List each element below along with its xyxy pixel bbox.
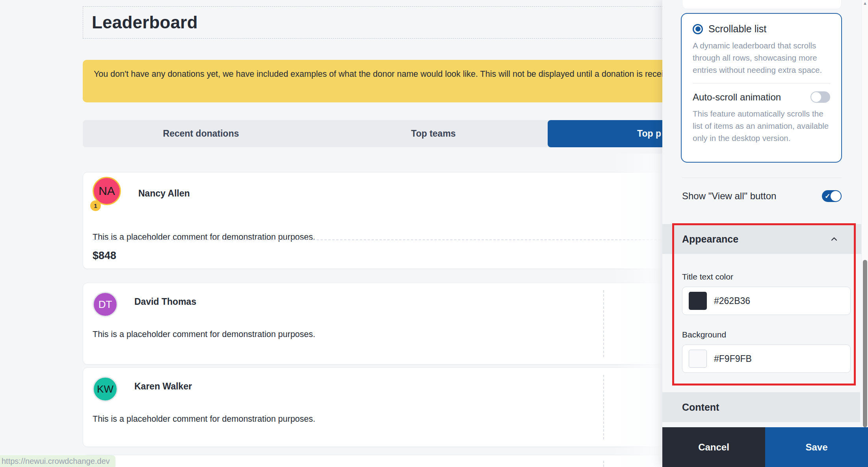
- settings-panel: Scrollable list A dynamic leaderboard th…: [662, 0, 868, 467]
- background-color-input[interactable]: #F9F9FB: [682, 345, 851, 373]
- donor-name: David Thomas: [134, 297, 196, 307]
- toggle-knob: [811, 92, 821, 102]
- color-swatch[interactable]: [689, 292, 707, 310]
- divider: [603, 375, 604, 439]
- layout-option-description: A dynamic leaderboard that scrolls throu…: [693, 39, 831, 76]
- previous-option-card-sliver: [682, 0, 842, 9]
- widget-title-box[interactable]: Leaderboard: [83, 6, 665, 39]
- panel-scrollbar[interactable]: ▲: [861, 0, 868, 427]
- scroll-up-arrow-icon[interactable]: ▲: [863, 1, 867, 6]
- panel-footer: Cancel Save: [662, 427, 868, 467]
- banner-text: You don't have any donations yet, we hav…: [94, 69, 679, 79]
- page-title: Leaderboard: [92, 13, 198, 32]
- tab-recent-donations[interactable]: Recent donations: [83, 120, 319, 147]
- divider: [603, 461, 604, 467]
- tab-top-participants[interactable]: Top p: [548, 120, 665, 147]
- color-value: #F9F9FB: [714, 354, 752, 364]
- scrollable-list-option-card: Scrollable list A dynamic leaderboard th…: [681, 13, 842, 163]
- leaderboard-tabbar: Recent donations Top teams Top p: [83, 120, 665, 147]
- scrollbar-thumb[interactable]: [863, 260, 867, 427]
- auto-scroll-description: This feature automatically scrolls the l…: [693, 107, 831, 144]
- status-bar-url: https://newui.crowdchange.dev: [0, 455, 115, 467]
- background-color-label: Background: [682, 330, 726, 339]
- divider: [682, 178, 842, 178]
- avatar: KW: [93, 376, 126, 416]
- check-icon: ✓: [825, 192, 830, 200]
- auto-scroll-toggle[interactable]: [810, 91, 830, 103]
- donor-card-partial: [83, 455, 665, 467]
- donor-name: Nancy Allen: [138, 188, 190, 199]
- donor-comment: This is a placeholder comment for demons…: [93, 414, 315, 424]
- view-all-row: Show "View all" button ✓: [682, 190, 842, 202]
- donor-card: KW Karen Walker This is a placeholder co…: [83, 367, 665, 447]
- cancel-button[interactable]: Cancel: [662, 427, 765, 467]
- title-text-color-input[interactable]: #262B36: [682, 287, 851, 315]
- donor-name: Karen Walker: [134, 381, 192, 392]
- no-donations-warning-banner: You don't have any donations yet, we hav…: [83, 60, 705, 102]
- layout-option-label: Scrollable list: [708, 23, 766, 35]
- avatar: NA 1: [93, 177, 126, 216]
- avatar: DT: [93, 292, 126, 331]
- layout-option-row[interactable]: Scrollable list: [693, 23, 830, 35]
- avatar-initials: KW: [93, 376, 118, 402]
- divider: [603, 290, 604, 357]
- toggle-knob: [831, 191, 841, 201]
- rank-badge: 1: [90, 200, 101, 211]
- donor-comment: This is a placeholder comment for demons…: [93, 232, 315, 242]
- appearance-title: Appearance: [682, 234, 738, 245]
- color-value: #262B36: [714, 296, 750, 306]
- divider: [693, 83, 830, 83]
- view-all-toggle[interactable]: ✓: [822, 190, 842, 202]
- auto-scroll-row: Auto-scroll animation: [693, 91, 830, 103]
- appearance-section-header[interactable]: Appearance: [662, 224, 861, 254]
- content-title: Content: [682, 402, 719, 413]
- leaderboard-editor-page: Leaderboard You don't have any donations…: [0, 0, 868, 467]
- view-all-label: Show "View all" button: [682, 191, 776, 202]
- save-button[interactable]: Save: [765, 427, 868, 467]
- divider: [93, 239, 661, 240]
- chevron-up-icon: [831, 235, 838, 243]
- donor-comment: This is a placeholder comment for demons…: [93, 330, 315, 339]
- donation-amount: $848: [93, 250, 116, 262]
- donor-card: DT David Thomas This is a placeholder co…: [83, 283, 665, 365]
- donor-card: NA 1 Nancy Allen This is a placeholder c…: [83, 172, 665, 269]
- tab-top-teams[interactable]: Top teams: [319, 120, 548, 147]
- content-section-header[interactable]: Content: [662, 392, 860, 422]
- avatar-initials: DT: [93, 292, 118, 317]
- color-swatch[interactable]: [689, 350, 707, 368]
- title-text-color-label: Title text color: [682, 272, 733, 282]
- auto-scroll-label: Auto-scroll animation: [693, 92, 781, 103]
- radio-selected-icon[interactable]: [693, 24, 703, 34]
